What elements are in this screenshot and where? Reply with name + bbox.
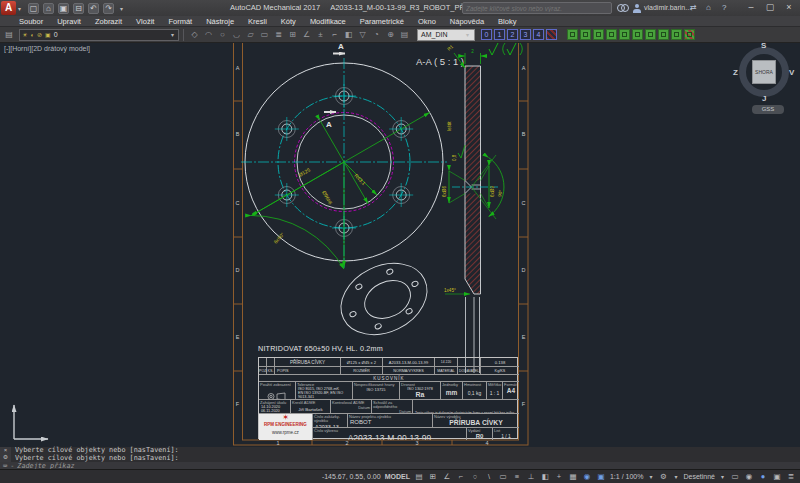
- tool-table-icon[interactable]: ▤: [398, 28, 411, 41]
- autoscale-icon[interactable]: ▣: [596, 471, 606, 482]
- search-icon[interactable]: [617, 4, 627, 12]
- annotation-visibility-icon[interactable]: ◉: [582, 471, 592, 482]
- menu-vlozit[interactable]: Vložit: [129, 17, 161, 26]
- workspace-gear-icon[interactable]: ⚙: [658, 471, 668, 482]
- dimstyle-caret-icon[interactable]: ▾: [466, 31, 469, 38]
- search-input[interactable]: [463, 3, 611, 13]
- osnap-icon[interactable]: ▭: [498, 471, 508, 482]
- help-search-box[interactable]: [462, 2, 612, 14]
- menu-napoveda[interactable]: Nápověda: [443, 17, 491, 26]
- vp-layer-0-button[interactable]: 0: [481, 29, 492, 40]
- tool-tolerance-icon[interactable]: ±: [314, 28, 327, 41]
- tool-rectangle-icon[interactable]: ▭: [258, 28, 271, 41]
- paper-space-icon[interactable]: ▤: [414, 471, 424, 482]
- workspace-caret-icon[interactable]: ▾: [674, 473, 677, 480]
- new-file-icon[interactable]: ▢: [28, 3, 39, 14]
- polar-icon[interactable]: ○: [470, 471, 480, 482]
- command-window[interactable]: × ⚙ Vyberte cílové objekty nebo [nasTave…: [0, 447, 800, 469]
- group-tool-2-button[interactable]: [580, 29, 591, 40]
- view-cube[interactable]: S Z V J SHORA: [735, 43, 793, 101]
- group-tool-8-button[interactable]: [658, 29, 669, 40]
- a360-icon[interactable]: ⌂: [706, 3, 711, 12]
- tool-edge-icon[interactable]: ⌐: [328, 28, 341, 41]
- lock-ui-icon[interactable]: ◉: [744, 471, 754, 482]
- group-tool-4-button[interactable]: [606, 29, 617, 40]
- menu-parametricke[interactable]: Parametrické: [353, 17, 411, 26]
- linetype-icon[interactable]: ≡: [512, 471, 522, 482]
- model-space[interactable]: [-][Horní][2D drátový model]: [0, 43, 800, 447]
- menu-format[interactable]: Formát: [161, 17, 199, 26]
- plot-icon[interactable]: ⊟: [73, 3, 84, 14]
- tool-triangle-icon[interactable]: ▽: [356, 28, 369, 41]
- tool-polygon-icon[interactable]: ▱: [244, 28, 257, 41]
- save-icon[interactable]: ▣: [58, 3, 69, 14]
- selection-cycling-icon[interactable]: +: [554, 471, 564, 482]
- tool-angle-icon[interactable]: ∠: [300, 28, 313, 41]
- compass-south[interactable]: J: [762, 94, 766, 103]
- undo-icon[interactable]: ↶: [88, 3, 99, 14]
- tool-arc2-icon[interactable]: ◡: [230, 28, 243, 41]
- tool-osnap-icon[interactable]: ⊕: [384, 28, 397, 41]
- menu-bloky[interactable]: Bloky: [491, 17, 523, 26]
- vp-layer-2-button[interactable]: 2: [507, 29, 518, 40]
- compass-east[interactable]: V: [789, 68, 794, 77]
- annotation-scale-caret-icon[interactable]: ▾: [649, 473, 652, 480]
- vp-layer-1-button[interactable]: 1: [494, 29, 505, 40]
- command-customize-icon[interactable]: ⚙: [0, 453, 11, 460]
- menu-koty[interactable]: Kóty: [274, 17, 303, 26]
- tool-mline-icon[interactable]: ≣: [272, 28, 285, 41]
- viewport-controls-label[interactable]: [-][Horní][2D drátový model]: [4, 45, 90, 52]
- layer-on-icon[interactable]: ☀: [22, 31, 27, 38]
- app-menu-caret-icon[interactable]: ▾: [18, 5, 21, 12]
- qat-customize-caret-icon[interactable]: ▾: [120, 5, 123, 12]
- compass-west[interactable]: Z: [733, 68, 738, 77]
- group-tool-3-button[interactable]: [593, 29, 604, 40]
- tool-line-icon[interactable]: ◇: [188, 28, 201, 41]
- 3dosnap-icon[interactable]: ▦: [568, 471, 578, 482]
- snap-angle-icon[interactable]: ∠: [442, 471, 452, 482]
- transparency-icon[interactable]: ◧: [540, 471, 550, 482]
- vp-layer-4-button[interactable]: 4: [533, 29, 544, 40]
- layers-icon[interactable]: ▤: [3, 29, 15, 41]
- vp-layer-hatch-button[interactable]: [546, 29, 557, 40]
- layer-lock-icon[interactable]: ⊘: [37, 31, 42, 38]
- layer-combo[interactable]: ☀ ◐ ⊘ ▣ 0 ▾: [19, 29, 179, 41]
- signed-in-user[interactable]: vladimir.barin...: [644, 4, 691, 11]
- layer-combo-caret-icon[interactable]: ▾: [171, 31, 174, 38]
- group-tool-9-button[interactable]: [671, 29, 682, 40]
- autocad-logo-icon[interactable]: A: [1, 1, 16, 15]
- clean-screen-icon[interactable]: ≣: [786, 471, 796, 482]
- quick-properties-icon[interactable]: ▭: [730, 471, 740, 482]
- menu-okno[interactable]: Okno: [411, 17, 443, 26]
- space-toggle[interactable]: MODEL: [385, 473, 410, 480]
- menu-nastroje[interactable]: Nástroje: [199, 17, 241, 26]
- layer-freeze-icon[interactable]: ◐: [30, 32, 34, 38]
- annotation-scale[interactable]: 1:1 / 100%: [610, 473, 643, 480]
- a360-status-icon[interactable]: ●: [758, 471, 768, 482]
- group-tool-hatch-button[interactable]: [684, 29, 695, 40]
- view-cube-top-face[interactable]: SHORA: [752, 60, 776, 84]
- group-tool-1-button[interactable]: [567, 29, 578, 40]
- isolate-objects-icon[interactable]: ▣: [772, 471, 782, 482]
- tool-hatch-icon[interactable]: ⊞: [286, 28, 299, 41]
- group-tool-7-button[interactable]: [645, 29, 656, 40]
- open-file-icon[interactable]: ⌂: [43, 3, 54, 14]
- tool-arc-icon[interactable]: ◠: [202, 28, 215, 41]
- menu-upravit[interactable]: Upravit: [50, 17, 88, 26]
- vp-layer-3-button[interactable]: 3: [520, 29, 531, 40]
- redo-icon[interactable]: ↷: [103, 3, 114, 14]
- isodraft-icon[interactable]: \: [484, 471, 494, 482]
- close-button[interactable]: ×: [780, 1, 798, 15]
- tool-arc3-icon[interactable]: ◔: [370, 28, 383, 41]
- layer-color-icon[interactable]: ▣: [45, 31, 51, 38]
- menu-modifikace[interactable]: Modifikace: [303, 17, 353, 26]
- ucs-dropdown[interactable]: GSS: [752, 105, 784, 114]
- group-tool-5-button[interactable]: [619, 29, 630, 40]
- help-icon[interactable]: ?: [722, 3, 726, 12]
- units-caret-icon[interactable]: ▾: [721, 473, 724, 480]
- lineweight-icon[interactable]: ⊥: [526, 471, 536, 482]
- menu-kresli[interactable]: Kresli: [241, 17, 274, 26]
- tool-circle-icon[interactable]: ○: [216, 28, 229, 41]
- exchange-icon[interactable]: ⇄: [690, 3, 697, 12]
- menu-zobrazit[interactable]: Zobrazit: [88, 17, 129, 26]
